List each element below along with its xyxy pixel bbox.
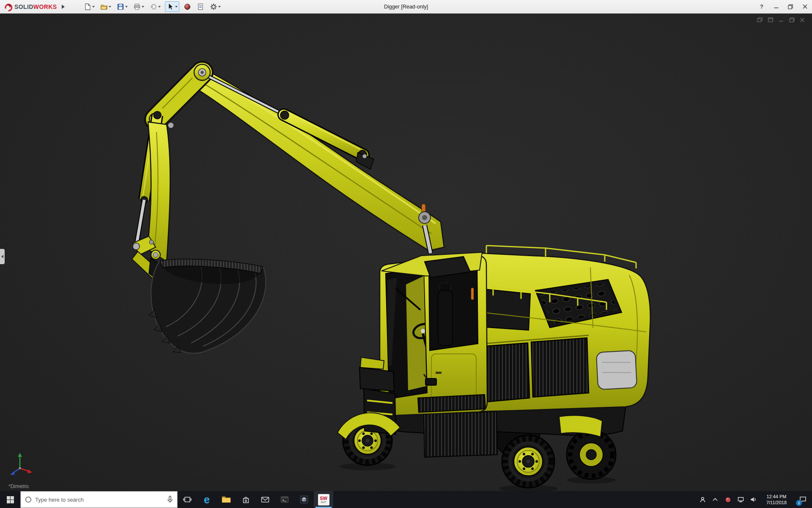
undo-icon [150, 3, 157, 11]
search-input[interactable] [35, 497, 164, 503]
select-tool-button[interactable] [165, 1, 179, 12]
notification-badge: 2 [796, 500, 802, 506]
clock-time: 12:44 PM [766, 494, 786, 500]
tray-colored-icon[interactable] [721, 491, 734, 508]
action-center-button[interactable]: 2 [793, 491, 812, 508]
console-icon [280, 496, 289, 503]
file-properties-button[interactable] [195, 2, 206, 11]
model-cab[interactable] [337, 252, 487, 439]
featuremanager-collapsed-tab[interactable] [0, 249, 5, 264]
window-controls: ? [754, 0, 812, 14]
app-restore-button[interactable] [783, 0, 798, 14]
document-window-controls [756, 17, 806, 23]
taskbar-app-cube[interactable] [294, 491, 314, 508]
taskbar-app-mail[interactable] [255, 491, 275, 508]
cortana-circle-icon [25, 496, 32, 503]
viewport-restore-icon[interactable] [788, 17, 796, 23]
undo-caret-icon[interactable] [158, 6, 161, 8]
mail-icon [261, 496, 269, 503]
save-icon [117, 3, 124, 11]
start-button[interactable] [0, 491, 20, 508]
minimize-icon [774, 4, 779, 9]
options-caret-icon[interactable] [218, 6, 221, 8]
save-caret-icon[interactable] [125, 6, 128, 8]
options-button[interactable] [208, 2, 222, 11]
store-icon [242, 496, 250, 504]
orientation-triad [5, 450, 35, 480]
print-icon [133, 3, 141, 11]
taskbar-app-file-explorer[interactable] [217, 491, 236, 508]
model-bucket[interactable] [149, 258, 266, 353]
model-engine-housing[interactable] [472, 246, 650, 411]
new-document-button[interactable] [82, 2, 96, 11]
appearance-button[interactable] [182, 2, 192, 11]
app-close-button[interactable] [798, 0, 812, 14]
solidworks-brand: SOLIDWORKS [0, 2, 65, 11]
edge-icon: e [204, 494, 210, 505]
clock-date: 7/11/2018 [766, 500, 787, 505]
cube-app-icon [300, 495, 308, 504]
open-folder-icon [100, 3, 108, 11]
taskbar-app-edge[interactable]: e [197, 491, 217, 508]
solidworks-app-icon: SW2017 [318, 494, 329, 505]
select-caret-icon[interactable] [175, 6, 178, 8]
document-title: Digger [Read-only] [384, 0, 428, 14]
windows-taskbar: e [0, 491, 812, 508]
new-document-icon [84, 3, 91, 11]
brand-wordmark: SOLIDWORKS [14, 3, 57, 10]
titlebar: SOLIDWORKS [0, 0, 812, 14]
print-button[interactable] [132, 2, 145, 11]
select-arrow-icon [167, 3, 174, 11]
taskbar-search[interactable] [20, 491, 178, 508]
microphone-icon[interactable] [167, 496, 173, 503]
tray-people-icon[interactable] [696, 491, 709, 508]
file-properties-icon [197, 3, 204, 11]
menu-expand-arrow-icon[interactable] [62, 5, 65, 9]
print-caret-icon[interactable] [142, 6, 144, 8]
taskbar-app-solidworks[interactable]: SW2017 [314, 491, 333, 508]
excavator-model[interactable] [0, 14, 812, 491]
pane-icon-1[interactable] [756, 17, 764, 23]
restore-icon [788, 4, 793, 9]
app-minimize-button[interactable] [769, 0, 783, 14]
undo-button[interactable] [148, 2, 162, 11]
close-icon [803, 4, 807, 9]
viewport-minimize-icon[interactable] [777, 17, 785, 23]
tray-network-icon[interactable] [734, 491, 747, 508]
ds-logo-icon [3, 2, 13, 11]
panel-expand-arrow-icon [1, 255, 3, 258]
save-button[interactable] [115, 2, 129, 11]
model-boom-arm[interactable] [132, 64, 444, 285]
view-orientation-label: *Dimetric [8, 483, 29, 489]
tray-chevron-up-icon[interactable] [709, 491, 721, 508]
task-view-icon [183, 496, 192, 503]
appearance-sphere-icon [184, 3, 191, 11]
taskbar-app-store[interactable] [236, 491, 255, 508]
taskbar-clock[interactable]: 12:44 PM 7/11/2018 [760, 491, 793, 508]
tray-volume-icon[interactable] [747, 491, 760, 508]
windows-logo-icon [7, 496, 14, 503]
viewport-close-icon[interactable] [798, 17, 806, 23]
quick-access-toolbar [82, 1, 222, 12]
help-button[interactable]: ? [754, 0, 769, 14]
pane-icon-2[interactable] [767, 17, 774, 23]
wheel-rear-far[interactable] [567, 430, 616, 483]
graphics-viewport[interactable]: *Dimetric [0, 14, 812, 491]
open-button[interactable] [99, 2, 112, 11]
file-explorer-icon [222, 496, 231, 503]
new-caret-icon[interactable] [92, 6, 95, 8]
options-gear-icon [210, 3, 217, 11]
open-caret-icon[interactable] [109, 6, 111, 8]
taskbar-app-console[interactable] [275, 491, 294, 508]
task-view-button[interactable] [178, 491, 197, 508]
